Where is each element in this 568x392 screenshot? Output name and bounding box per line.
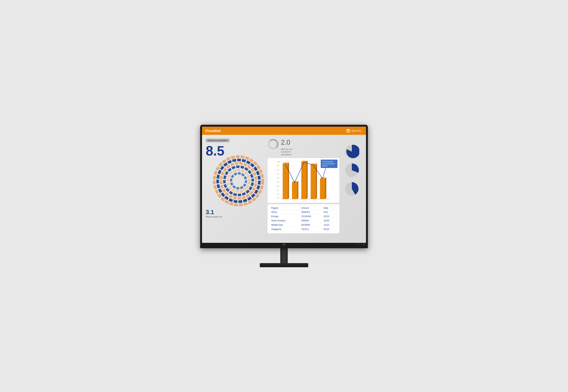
svg-text:40: 40	[277, 185, 279, 187]
svg-rect-44	[320, 179, 325, 199]
svg-text:100: 100	[277, 161, 280, 163]
table-cell: 01/15	[322, 214, 337, 218]
model-text: HP P27q G4	[354, 244, 363, 245]
table-row: Europe2213543101/15	[270, 214, 337, 218]
table-cell: 546564	[300, 218, 322, 223]
svg-point-8	[231, 173, 246, 188]
svg-rect-35	[292, 182, 297, 199]
app-header: Visualize Save As...	[202, 127, 366, 135]
svg-text:60: 60	[277, 177, 279, 179]
kpi-description: Wild rice not included in calculations	[281, 148, 300, 156]
monitor-screen: Visualize Save As... Global rice product…	[202, 127, 366, 243]
monitor-wrapper: Visualize Save As... Global rice product…	[200, 125, 368, 267]
app-title: Visualize	[205, 129, 221, 133]
table-cell: Middle East	[270, 223, 300, 227]
svg-marker-37	[297, 181, 298, 199]
pie-chart-2	[344, 163, 359, 178]
save-as-button[interactable]: Save As...	[346, 129, 363, 133]
pie-chart-3	[344, 181, 359, 196]
save-as-label: Save As...	[351, 129, 363, 132]
table-cell: 01/2	[322, 210, 337, 214]
callout-box: Can long-grain overcome global trends?	[321, 160, 337, 168]
radial-chart	[211, 155, 266, 207]
table-cell: 02/14	[322, 227, 337, 231]
table-cell: 22135431	[300, 214, 322, 218]
col-date: Date	[322, 206, 337, 210]
svg-rect-41	[311, 165, 316, 199]
small-value-label: Medium-grain rice	[206, 216, 266, 218]
table-row: Africa354542101/2	[270, 210, 337, 214]
bar-chart-area: Can long-grain overcome global trends? 1…	[268, 158, 339, 203]
svg-marker-40	[306, 161, 308, 199]
svg-marker-34	[288, 163, 289, 199]
table-row: Middle East547854512/23	[270, 223, 337, 227]
table-cell: North America	[270, 218, 300, 223]
table-cell: Europe	[270, 214, 300, 218]
svg-text:80: 80	[277, 169, 279, 171]
table-cell: 5478545	[300, 223, 322, 227]
dashboard: Global rice production 8.5	[202, 135, 366, 243]
pie-chart-1	[344, 144, 359, 159]
svg-point-5	[221, 163, 256, 198]
col-amount: Amount	[300, 206, 322, 210]
svg-text:10: 10	[277, 197, 279, 199]
table-row: Singapore78131202/14	[270, 227, 337, 231]
svg-rect-1	[347, 129, 349, 130]
chart-title-badge: Global rice production	[206, 139, 229, 142]
left-section: Global rice production 8.5	[206, 139, 266, 239]
monitor-bottom-bar: hp HP P27q G4	[202, 243, 366, 246]
table-cell: Singapore	[270, 227, 300, 231]
table-cell: 12/23	[322, 223, 337, 227]
svg-rect-38	[301, 162, 306, 199]
right-section	[341, 139, 362, 239]
kpi-donut	[268, 139, 279, 150]
svg-text:90: 90	[277, 165, 279, 167]
table-cell: Africa	[270, 210, 300, 214]
svg-text:50: 50	[277, 181, 279, 183]
data-table: Region Amount Date Africa354542101/2Euro…	[268, 204, 339, 233]
monitor-neck	[280, 248, 288, 263]
monitor-base	[260, 263, 308, 267]
hp-logo: hp	[282, 243, 286, 246]
table-cell: 10/25	[322, 218, 337, 223]
svg-text:70: 70	[277, 173, 279, 175]
table-cell: 781312	[300, 227, 322, 231]
save-icon	[346, 129, 350, 133]
svg-rect-32	[283, 164, 288, 199]
middle-section: 2.0 Wild rice not included in calculatio…	[268, 139, 339, 239]
table-cell: 3545421	[300, 210, 322, 214]
kpi-value: 2.0	[281, 139, 300, 146]
svg-text:30: 30	[277, 189, 279, 191]
svg-text:20: 20	[277, 194, 279, 195]
kpi-row: 2.0 Wild rice not included in calculatio…	[268, 139, 339, 156]
col-region: Region	[270, 206, 300, 210]
monitor-bezel: Visualize Save As... Global rice product…	[200, 125, 368, 248]
svg-marker-46	[325, 178, 326, 199]
table-row: North America54656410/25	[270, 218, 337, 223]
power-led	[364, 244, 364, 245]
small-value: 3.1	[206, 209, 266, 216]
svg-rect-2	[347, 131, 350, 132]
